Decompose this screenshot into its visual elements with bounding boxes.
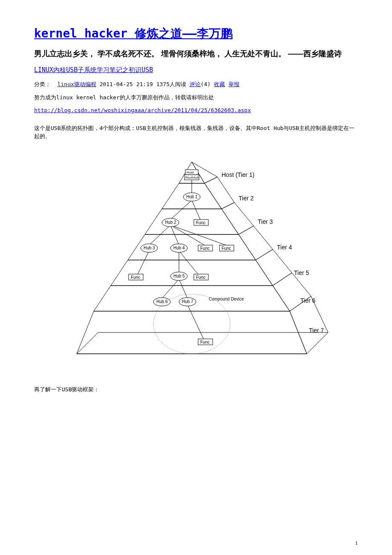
svg-line-25: [162, 279, 179, 298]
article-title-link[interactable]: LINUX内核USB子系统学习笔记之初识USB: [34, 66, 153, 74]
func-t4a: Func: [200, 246, 210, 251]
tier6-label: Tier 6: [300, 297, 315, 304]
compound-label: Compound Device: [209, 297, 244, 301]
svg-marker-4: [111, 260, 273, 286]
tier5-label: Tier 5: [294, 269, 309, 276]
svg-marker-11: [256, 249, 292, 286]
func-t5b: Func: [196, 275, 205, 280]
tier3-label: Tier 3: [258, 218, 273, 225]
hub6-node: Hub 6: [156, 299, 168, 304]
func-t3: Func: [196, 220, 205, 225]
svg-marker-8: [205, 177, 234, 209]
svg-line-19: [170, 225, 179, 245]
svg-marker-10: [239, 226, 273, 260]
article-meta: 分类： linux驱动编程 2011-04-25 21:19 1375人阅读 评…: [34, 81, 358, 88]
author-note: 努力成为linux kernel hacker的人李万鹏原创作品，转载请标明出处: [34, 93, 358, 102]
hub1-node: Hub 1: [186, 194, 198, 199]
hub7-node: Hub 7: [182, 299, 193, 304]
report-link[interactable]: 举报: [228, 81, 239, 87]
svg-line-16: [170, 200, 192, 220]
svg-line-21: [170, 225, 226, 245]
host-node: Host: [187, 171, 194, 174]
read-count: 1375人阅读: [156, 81, 186, 87]
svg-line-22: [136, 251, 149, 277]
func-t4b: Func: [222, 246, 231, 251]
category-link[interactable]: linux驱动编程: [58, 81, 96, 87]
comments-count: (4): [201, 81, 210, 87]
svg-line-18: [149, 225, 170, 245]
func-t5a: Func: [131, 275, 140, 280]
tier7-label: Tier 7: [309, 327, 324, 334]
roothub-node: RootHub: [185, 176, 199, 179]
svg-line-20: [170, 225, 205, 245]
blog-subtitle: 男儿立志出乡关， 学不成名死不还。 埋骨何须桑梓地， 人生无处不青山。 ——西乡…: [34, 48, 358, 60]
svg-marker-12: [273, 273, 311, 311]
blog-main-title[interactable]: kernel hacker 修炼之道——李万鹏: [34, 26, 233, 42]
tier1-label: Host (Tier 1): [222, 171, 254, 178]
source-url-link[interactable]: http://blog.csdn.net/woshixingaaa/archiv…: [34, 107, 251, 113]
svg-marker-13: [290, 296, 328, 354]
timestamp: 2011-04-25 21:19: [100, 81, 153, 87]
svg-line-27: [187, 305, 205, 341]
svg-marker-9: [222, 202, 254, 234]
hub4-node: Hub 4: [173, 246, 185, 250]
comments-link[interactable]: 评论: [190, 81, 201, 87]
hub5-node: Hub 5: [173, 274, 185, 278]
usb-topology-diagram: Host (Tier 1) Tier 2 Tier 3 Tier 4 Tier …: [34, 153, 358, 368]
svg-line-17: [192, 200, 200, 220]
outro-paragraph: 再了解一下USB驱动框架：: [34, 385, 358, 394]
hub3-node: Hub 3: [144, 246, 155, 250]
intro-paragraph: 这个是USB系统的拓扑图，4个部分构成：USB主机控制器，根集线器，集线器，设备…: [34, 124, 358, 141]
svg-line-26: [179, 279, 187, 298]
category-label: 分类：: [34, 81, 51, 87]
hub2-node: Hub 2: [165, 220, 176, 225]
tier2-label: Tier 2: [239, 195, 254, 202]
func-t7: Func: [200, 340, 210, 344]
favorite-link[interactable]: 收藏: [214, 81, 225, 87]
svg-marker-2: [145, 209, 239, 234]
tier4-label: Tier 4: [277, 244, 292, 251]
